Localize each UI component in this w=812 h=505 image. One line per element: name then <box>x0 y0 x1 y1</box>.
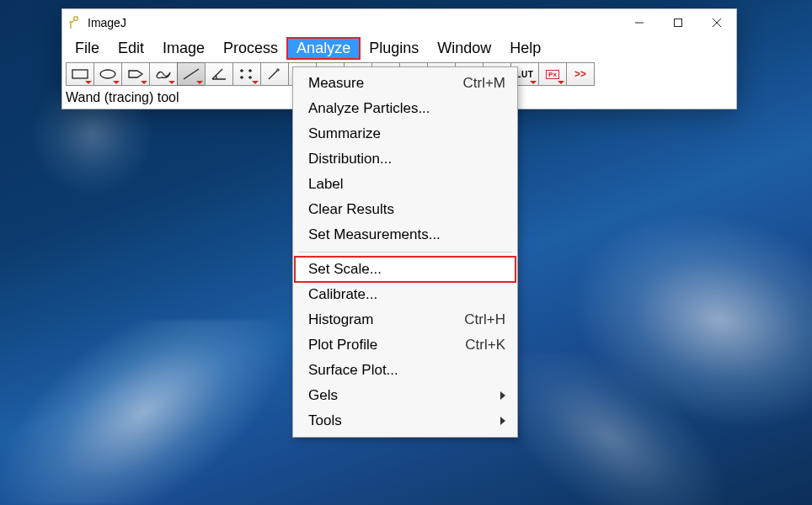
menu-process[interactable]: Process <box>214 38 287 59</box>
menu-item-label: Clear Results <box>308 201 394 218</box>
menu-edit[interactable]: Edit <box>109 38 153 59</box>
menu-analyze[interactable]: Analyze <box>287 38 360 59</box>
menu-item-clear-results[interactable]: Clear Results <box>295 197 516 222</box>
submenu-arrow-icon <box>500 391 505 400</box>
window-title: ImageJ <box>88 16 126 29</box>
menu-item-label: Set Scale... <box>308 261 382 278</box>
menu-item-measure[interactable]: Measure Ctrl+M <box>295 71 516 96</box>
menu-item-histogram[interactable]: Histogram Ctrl+H <box>295 307 516 332</box>
angle-tool-button[interactable] <box>205 62 233 86</box>
svg-point-3 <box>100 70 115 78</box>
px-label: Px <box>546 70 559 79</box>
menu-item-set-measurements[interactable]: Set Measurements... <box>295 222 516 247</box>
svg-point-0 <box>74 17 78 21</box>
menu-item-shortcut: Ctrl+H <box>464 311 505 328</box>
menu-window[interactable]: Window <box>428 38 500 59</box>
oval-tool-button[interactable] <box>93 62 122 86</box>
menu-item-label: Summarize <box>308 125 381 142</box>
line-tool-button[interactable] <box>177 62 206 86</box>
menu-item-label: Surface Plot... <box>308 362 398 379</box>
imagej-app-icon <box>67 16 81 29</box>
lut-label: LUT <box>516 70 534 79</box>
menu-file[interactable]: File <box>66 38 109 59</box>
menu-item-shortcut: Ctrl+M <box>462 75 505 92</box>
menu-item-label: Calibrate... <box>308 286 377 303</box>
more-tools-label: >> <box>574 68 586 80</box>
menu-item-label: Analyze Particles... <box>308 100 430 117</box>
menu-item-label: Set Measurements... <box>308 226 441 243</box>
freehand-tool-button[interactable] <box>149 62 178 86</box>
menu-item-label: Distribution... <box>308 151 392 167</box>
close-button[interactable] <box>697 9 736 36</box>
menu-plugins[interactable]: Plugins <box>360 38 428 59</box>
dropdown-divider <box>298 252 512 252</box>
menu-item-label[interactable]: Label <box>295 172 516 197</box>
submenu-arrow-icon <box>500 417 505 425</box>
menu-item-shortcut: Ctrl+K <box>465 337 505 354</box>
maximize-button[interactable] <box>659 9 697 36</box>
menu-item-label: Label <box>308 176 344 193</box>
polygon-tool-button[interactable] <box>121 62 150 86</box>
menu-item-analyze-particles[interactable]: Analyze Particles... <box>295 96 516 121</box>
wand-tool-button[interactable] <box>260 62 289 86</box>
menu-item-label: Measure <box>308 75 364 92</box>
svg-rect-2 <box>72 70 88 78</box>
px-tool-button[interactable]: Px <box>538 62 567 86</box>
menu-item-label: Histogram <box>308 311 373 328</box>
menu-item-tools[interactable]: Tools <box>295 408 516 433</box>
rectangle-tool-button[interactable] <box>66 62 94 86</box>
menu-item-label: Gels <box>308 387 338 404</box>
menu-item-label: Plot Profile <box>308 337 377 354</box>
status-text: Wand (tracing) tool <box>66 90 179 104</box>
analyze-dropdown-menu: Measure Ctrl+M Analyze Particles... Summ… <box>292 66 518 438</box>
menu-image[interactable]: Image <box>153 38 214 59</box>
menubar: File Edit Image Process Analyze Plugins … <box>62 36 736 62</box>
menu-item-summarize[interactable]: Summarize <box>295 121 516 146</box>
menu-item-surface-plot[interactable]: Surface Plot... <box>295 358 516 383</box>
menu-item-distribution[interactable]: Distribution... <box>295 146 516 172</box>
multipoint-tool-button[interactable] <box>232 62 261 86</box>
svg-rect-1 <box>675 19 682 27</box>
menu-help[interactable]: Help <box>500 38 550 59</box>
menu-item-label: Tools <box>308 412 342 429</box>
window-titlebar[interactable]: ImageJ <box>62 9 736 36</box>
menu-item-plot-profile[interactable]: Plot Profile Ctrl+K <box>295 332 516 358</box>
menu-item-set-scale[interactable]: Set Scale... <box>295 257 516 282</box>
window-controls <box>620 9 736 36</box>
menu-item-gels[interactable]: Gels <box>295 383 516 408</box>
menu-item-calibrate[interactable]: Calibrate... <box>295 282 516 307</box>
more-tools-button[interactable]: >> <box>566 62 595 86</box>
minimize-button[interactable] <box>620 9 659 36</box>
